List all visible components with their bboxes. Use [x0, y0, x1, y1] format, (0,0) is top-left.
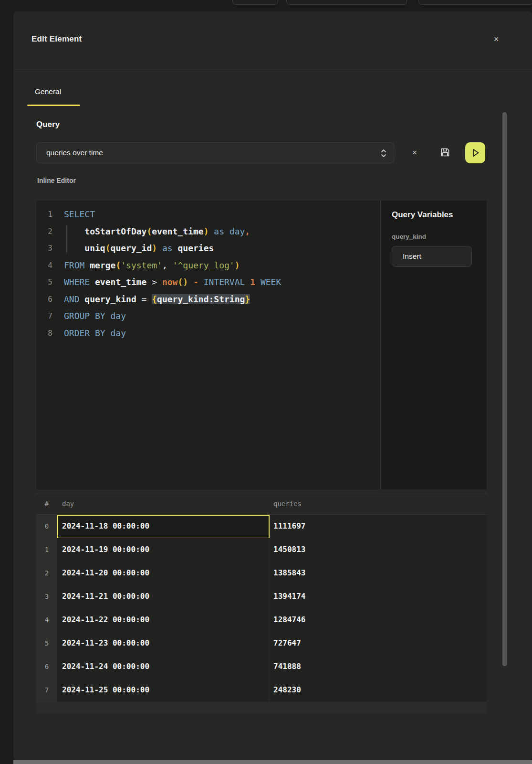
line-number: 8	[36, 325, 52, 342]
row-index: 0	[36, 515, 57, 539]
line-number: 7	[36, 308, 52, 325]
sql-editor: 1SELECT2 toStartOfDay(event_time) as day…	[36, 201, 487, 489]
close-icon[interactable]: ×	[490, 32, 503, 46]
query-section-heading: Query	[36, 120, 60, 129]
cell-queries[interactable]: 1394174	[270, 585, 487, 609]
code-line: 8ORDER BY day	[36, 325, 380, 342]
query-select[interactable]: queries over time	[36, 142, 394, 163]
table-row: 12024-11-19 00:00:001450813	[36, 538, 487, 562]
query-variables-heading: Query Variables	[392, 210, 476, 220]
line-number: 6	[36, 291, 52, 308]
code-text: GROUP BY day	[64, 308, 126, 325]
code-line: 7GROUP BY day	[36, 308, 380, 325]
clear-query-icon[interactable]: ×	[408, 146, 421, 159]
row-index: 5	[36, 632, 57, 656]
query-variables-panel: Query Variables query_kind Insert	[381, 201, 487, 489]
edit-element-modal: Edit Element × General Query queries ove…	[13, 11, 532, 760]
cell-queries[interactable]: 727647	[270, 632, 487, 656]
row-index: 4	[36, 608, 57, 632]
table-body: 02024-11-18 00:00:00111169712024-11-19 0…	[36, 515, 487, 702]
modal-header: Edit Element ×	[13, 11, 532, 69]
line-number: 5	[36, 274, 52, 291]
save-icon[interactable]	[436, 143, 455, 162]
cell-queries[interactable]: 1284746	[270, 608, 487, 632]
code-text: uniq(query_id) as queries	[64, 240, 214, 257]
modal-scrollbar[interactable]	[502, 112, 507, 666]
line-number: 1	[36, 206, 52, 223]
line-number: 4	[36, 257, 52, 274]
run-query-button[interactable]	[465, 142, 485, 163]
inline-editor-label: Inline Editor	[37, 177, 76, 184]
table-row: 72024-11-25 00:00:00248230	[36, 679, 487, 702]
query-variable-token: {query_kind:String}	[152, 294, 250, 304]
row-index: 3	[36, 585, 57, 609]
column-header-queries: queries	[270, 493, 487, 514]
query-select-value: queries over time	[46, 143, 103, 163]
table-footer	[36, 702, 487, 713]
cell-day[interactable]: 2024-11-18 00:00:00	[57, 515, 270, 539]
tab-general[interactable]: General	[35, 87, 61, 96]
tab-active-underline	[27, 105, 80, 106]
code-line: 6AND query_kind = {query_kind:String}	[36, 291, 380, 308]
table-row: 22024-11-20 00:00:001385843	[36, 562, 487, 585]
code-line: 5WHERE event_time > now() - INTERVAL 1 W…	[36, 274, 380, 291]
code-line: 4FROM merge('system', '^query_log')	[36, 257, 380, 274]
cell-day[interactable]: 2024-11-24 00:00:00	[57, 655, 270, 679]
page-bottom-edge	[13, 760, 532, 764]
code-line: 1SELECT	[36, 206, 380, 223]
line-number: 3	[36, 240, 52, 257]
code-text: toStartOfDay(event_time) as day,	[64, 223, 250, 240]
cell-queries[interactable]: 248230	[270, 679, 487, 702]
cell-day[interactable]: 2024-11-22 00:00:00	[57, 608, 270, 632]
table-row: 62024-11-24 00:00:00741888	[36, 655, 487, 679]
cell-day[interactable]: 2024-11-21 00:00:00	[57, 585, 270, 609]
cell-day[interactable]: 2024-11-23 00:00:00	[57, 632, 270, 656]
column-header-day: day	[57, 493, 270, 514]
cell-queries[interactable]: 1450813	[270, 538, 487, 562]
chevron-updown-icon	[380, 149, 387, 160]
code-text: SELECT	[64, 206, 95, 223]
code-line: 2 toStartOfDay(event_time) as day,	[36, 223, 380, 240]
insert-variable-button[interactable]: Insert	[392, 246, 472, 267]
cell-day[interactable]: 2024-11-19 00:00:00	[57, 538, 270, 562]
code-text: AND query_kind = {query_kind:String}	[64, 291, 250, 308]
background-widget	[418, 0, 532, 5]
cell-queries[interactable]: 741888	[270, 655, 487, 679]
code-text: ORDER BY day	[64, 325, 126, 342]
cell-queries[interactable]: 1111697	[270, 515, 487, 539]
code-line: 3 uniq(query_id) as queries	[36, 240, 380, 257]
cell-day[interactable]: 2024-11-20 00:00:00	[57, 562, 270, 585]
row-index: 1	[36, 538, 57, 562]
code-text: WHERE event_time > now() - INTERVAL 1 WE…	[64, 274, 281, 291]
results-table: #dayqueries 02024-11-18 00:00:0011116971…	[36, 493, 487, 713]
background-widget	[232, 0, 278, 5]
table-row: 52024-11-23 00:00:00727647	[36, 632, 487, 655]
code-editor-pane[interactable]: 1SELECT2 toStartOfDay(event_time) as day…	[36, 201, 380, 489]
table-row: 32024-11-21 00:00:001394174	[36, 585, 487, 608]
row-index: 7	[36, 679, 57, 702]
cell-day[interactable]: 2024-11-25 00:00:00	[57, 679, 270, 702]
variable-name: query_kind	[392, 233, 476, 240]
row-index: 6	[36, 655, 57, 679]
code-text: FROM merge('system', '^query_log')	[64, 257, 240, 274]
column-header-index: #	[36, 493, 57, 514]
modal-title: Edit Element	[31, 34, 82, 44]
table-row: 42024-11-22 00:00:001284746	[36, 608, 487, 632]
table-row: 02024-11-18 00:00:001111697	[36, 515, 487, 538]
line-number: 2	[36, 223, 52, 240]
indent-guide	[66, 225, 67, 254]
background-widget	[286, 0, 407, 5]
table-header-row: #dayqueries	[36, 493, 487, 515]
row-index: 2	[36, 562, 57, 585]
cell-queries[interactable]: 1385843	[270, 562, 487, 585]
